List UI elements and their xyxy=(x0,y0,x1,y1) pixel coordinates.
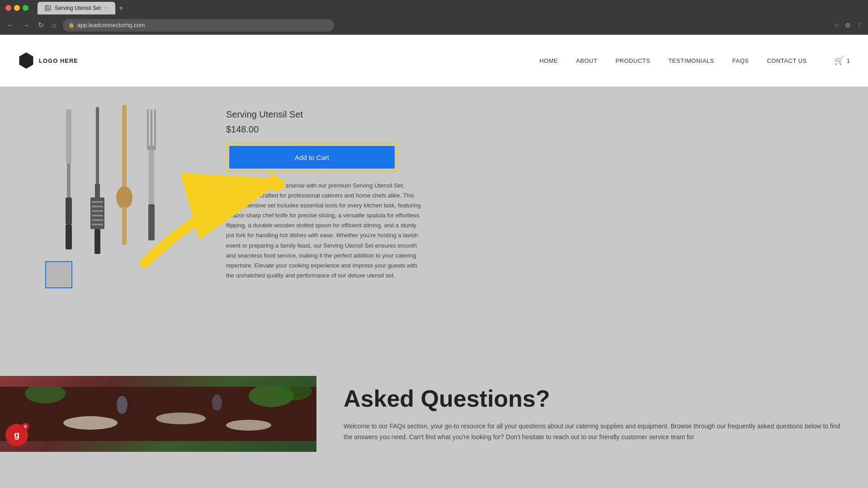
svg-rect-19 xyxy=(154,109,156,145)
faq-badge-letter: g xyxy=(14,430,19,440)
bookmark-icon[interactable]: ☆ xyxy=(834,22,840,29)
svg-point-30 xyxy=(117,396,127,414)
nav-item-products[interactable]: PRODUCTS xyxy=(615,57,650,64)
tab-title: Serving Utensil Set xyxy=(55,5,101,11)
cart-icon: 🛒 xyxy=(834,56,844,66)
thumbnail-row xyxy=(45,261,199,288)
product-info: Serving Utensil Set $148.00 Add to Cart … xyxy=(226,109,823,335)
svg-rect-14 xyxy=(122,105,127,195)
faq-section: g 8 Asked Questions? Welcome to our FAQs… xyxy=(0,358,868,470)
svg-rect-2 xyxy=(66,197,72,225)
browser-toolbar: ☆ ⚙ ⋮ xyxy=(834,22,863,29)
product-price: $148.00 xyxy=(226,124,823,135)
product-main-image xyxy=(45,109,190,254)
nav-item-faqs[interactable]: FAQS xyxy=(732,57,749,64)
product-description: Upgrade your culinary arsenal with our p… xyxy=(226,181,425,281)
nav-item-about[interactable]: ABOUT xyxy=(576,57,597,64)
logo-hex-icon xyxy=(18,52,34,69)
faq-scene-svg xyxy=(0,387,316,441)
svg-rect-11 xyxy=(92,219,103,221)
url-text: app.leadconnectorhq.com xyxy=(77,22,145,28)
svg-rect-12 xyxy=(92,224,103,225)
svg-rect-1 xyxy=(66,109,71,164)
close-button-traffic[interactable] xyxy=(5,5,11,11)
faq-title: Asked Questions? xyxy=(344,385,841,412)
back-button[interactable]: ← xyxy=(5,19,16,31)
svg-point-29 xyxy=(226,420,271,431)
site-nav: HOME ABOUT PRODUCTS TESTIMONIALS FAQS CO… xyxy=(539,56,850,66)
address-bar[interactable]: 🔒 app.leadconnectorhq.com xyxy=(63,19,334,32)
browser-chrome: 🍴 Serving Utensil Set ✕ + xyxy=(0,0,868,16)
forward-button[interactable]: → xyxy=(21,19,32,31)
svg-point-15 xyxy=(116,186,132,209)
faq-text-area: Asked Questions? Welcome to our FAQs sec… xyxy=(316,376,868,452)
tab-close-icon[interactable]: ✕ xyxy=(104,5,108,10)
extensions-icon[interactable]: ⚙ xyxy=(845,22,851,29)
home-button[interactable]: ⌂ xyxy=(50,19,58,31)
main-content: Serving Utensil Set $148.00 Add to Cart … xyxy=(0,87,868,358)
add-to-cart-button[interactable]: Add to Cart xyxy=(229,146,395,169)
faq-description: Welcome to our FAQs section, your go-to … xyxy=(344,421,841,443)
product-image-area xyxy=(45,109,199,335)
add-to-cart-wrapper: Add to Cart xyxy=(226,143,398,172)
new-tab-button[interactable]: + xyxy=(119,4,123,12)
nav-item-testimonials[interactable]: TESTIMONIALS xyxy=(668,57,714,64)
svg-rect-18 xyxy=(151,109,152,145)
svg-point-27 xyxy=(63,416,118,430)
product-title: Serving Utensil Set xyxy=(226,109,823,120)
nav-item-contact[interactable]: CONTACT US xyxy=(767,57,807,64)
minimize-button-traffic[interactable] xyxy=(14,5,20,11)
faq-badge-notif: 8 xyxy=(22,423,29,430)
svg-rect-10 xyxy=(92,215,103,216)
faq-image-content xyxy=(0,376,316,452)
product-thumbnail[interactable] xyxy=(45,261,72,288)
faq-badge: g 8 xyxy=(5,424,28,446)
svg-rect-16 xyxy=(122,206,127,245)
logo-area[interactable]: LOGO HERE xyxy=(18,52,78,69)
utensils-svg xyxy=(45,105,190,254)
svg-rect-20 xyxy=(147,145,156,150)
address-bar-row: ← → ↻ ⌂ 🔒 app.leadconnectorhq.com ☆ ⚙ ⋮ xyxy=(0,16,868,35)
svg-rect-7 xyxy=(92,201,103,203)
cart-count: 1 xyxy=(847,57,850,64)
svg-rect-22 xyxy=(148,204,155,240)
svg-rect-4 xyxy=(96,107,99,184)
svg-rect-17 xyxy=(147,109,149,145)
menu-icon[interactable]: ⋮ xyxy=(856,22,863,29)
svg-rect-21 xyxy=(149,150,154,204)
cart-area[interactable]: 🛒 1 xyxy=(834,56,850,66)
fullscreen-button-traffic[interactable] xyxy=(23,5,28,11)
svg-rect-9 xyxy=(92,210,103,212)
svg-point-28 xyxy=(156,413,206,424)
traffic-lights xyxy=(5,5,28,11)
faq-image: g 8 xyxy=(0,376,316,452)
svg-rect-13 xyxy=(94,229,100,254)
svg-rect-3 xyxy=(66,225,72,249)
site-header: LOGO HERE HOME ABOUT PRODUCTS TESTIMONIA… xyxy=(0,35,868,87)
tab-bar: 🍴 Serving Utensil Set ✕ + xyxy=(38,2,123,14)
svg-point-31 xyxy=(212,394,222,411)
security-lock-icon: 🔒 xyxy=(68,22,75,28)
active-tab[interactable]: 🍴 Serving Utensil Set ✕ xyxy=(38,2,115,14)
svg-rect-5 xyxy=(95,184,100,197)
refresh-button[interactable]: ↻ xyxy=(36,19,46,31)
logo-text: LOGO HERE xyxy=(39,57,78,64)
tab-favicon-icon: 🍴 xyxy=(45,5,51,11)
svg-rect-8 xyxy=(92,206,103,207)
nav-item-home[interactable]: HOME xyxy=(539,57,558,64)
